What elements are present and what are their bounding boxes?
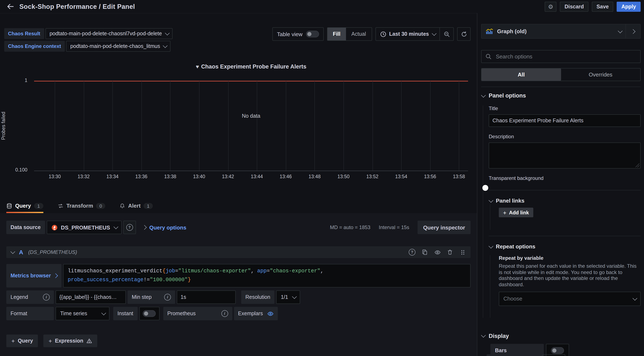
panel-links-header[interactable]: Panel links (489, 197, 641, 204)
refresh-icon (461, 31, 467, 37)
md-info: MD = auto = 1853 (330, 224, 370, 230)
query-inspector-button[interactable]: Query inspector (418, 221, 470, 234)
gridline (112, 81, 113, 171)
panel-description-textarea[interactable] (489, 143, 641, 169)
duplicate-query-button[interactable] (421, 248, 428, 256)
info-icon: i (164, 294, 171, 301)
variable-label: Chaos Engine context (4, 41, 65, 52)
x-tick-label: 13:32 (69, 174, 98, 179)
prometheus-type-box: Prometheus i (163, 307, 232, 320)
query-expression[interactable]: litmuschaos_experiment_verdict{job="litm… (63, 264, 470, 288)
chevron-down-icon (633, 296, 638, 301)
editor-footer-buttons: + Query + Expression (6, 335, 470, 347)
variable-row-chaos-result: Chaos Result podtato-main-pod-delete-cha… (4, 28, 172, 39)
resolution-select[interactable]: 1/1 (276, 290, 300, 304)
variable-label: Chaos Result (4, 28, 44, 39)
gridline (459, 81, 460, 171)
expression-row: Metrics browser litmuschaos_experiment_v… (6, 264, 470, 288)
eye-icon (434, 249, 440, 255)
interval-info: Interval = 15s (379, 224, 409, 230)
section-heading: Repeat options (496, 243, 536, 250)
clock-icon (380, 31, 386, 37)
graph-viz-icon (486, 28, 493, 34)
warning-triangle-icon (86, 338, 92, 344)
resolution-label: Resolution (246, 294, 270, 300)
bars-switch[interactable] (551, 347, 564, 354)
zoom-out-button[interactable] (440, 28, 453, 40)
table-view-toggle[interactable]: Table view (272, 27, 324, 41)
repeat-options-header[interactable]: Repeat options (489, 243, 641, 250)
save-button[interactable]: Save (592, 1, 613, 11)
panel-settings-button[interactable]: ⚙ (545, 1, 556, 11)
tab-query[interactable]: Query 1 (6, 198, 43, 213)
chevron-down-icon (618, 28, 623, 33)
time-range-picker[interactable]: Last 30 minutes (376, 28, 440, 40)
gridline (84, 81, 84, 171)
refresh-button[interactable] (457, 27, 470, 41)
datasource-help-button[interactable]: ? (123, 221, 136, 234)
actual-segment[interactable]: Actual (346, 28, 372, 40)
options-search[interactable] (481, 50, 641, 63)
legend-label: Legend (10, 294, 28, 300)
exemplars-box[interactable]: Exemplars (234, 307, 278, 320)
tab-overrides[interactable]: Overrides (561, 68, 640, 81)
chart-plot[interactable] (34, 81, 468, 171)
no-data-message: No data (34, 113, 468, 119)
chevron-down-icon (489, 198, 494, 202)
variable-value-dropdown[interactable]: podtato-main-pod-delete-chaos_litmus (66, 41, 171, 52)
metrics-browser-label: Metrics browser (10, 273, 51, 279)
legend-input[interactable] (56, 290, 126, 304)
datasource-label: Data source (6, 221, 45, 234)
discard-button[interactable]: Discard (560, 1, 588, 11)
instant-switch[interactable] (143, 310, 156, 317)
visualization-name: Graph (old) (497, 28, 526, 34)
table-view-switch[interactable] (306, 31, 319, 37)
toggle-visibility-button[interactable] (434, 248, 441, 256)
query-help-button[interactable]: ? (408, 248, 416, 256)
workspace: Chaos Result podtato-main-pod-delete-cha… (0, 13, 644, 356)
x-tick-label: 13:48 (300, 174, 329, 179)
drag-handle[interactable] (459, 248, 466, 256)
collapse-options-button[interactable] (626, 24, 641, 39)
back-button[interactable] (4, 1, 16, 12)
repeat-variable-select[interactable]: Choose (499, 292, 641, 306)
info-icon: i (221, 310, 228, 317)
panel-title-input[interactable] (489, 114, 641, 127)
variable-value: podtato-main-pod-delete-chaosnl7vd-pod-d… (50, 31, 162, 36)
query-row-header[interactable]: A (DS_PROMETHEUS) ? (6, 246, 470, 258)
chevron-down-icon (10, 249, 15, 254)
panel-options-header[interactable]: Panel options (481, 92, 641, 99)
exemplars-label: Exemplars (238, 311, 263, 317)
gridline (315, 81, 315, 171)
x-tick-label: 13:56 (416, 174, 444, 179)
panel-title: ♥Chaos Experiment Probe Failure Alerts (34, 63, 468, 70)
apply-button[interactable]: Apply (617, 1, 641, 11)
gridline (228, 81, 228, 171)
dashboard-variables: Chaos Result podtato-main-pod-delete-cha… (4, 28, 172, 52)
add-link-button[interactable]: + Add link (499, 208, 533, 217)
chevron-down-icon (481, 93, 486, 98)
min-step-input[interactable] (177, 290, 236, 304)
query-options-toggle[interactable]: Query options (142, 224, 186, 230)
format-label-box: Format (6, 307, 54, 320)
x-tick-label: 13:34 (98, 174, 127, 179)
resize-handle[interactable] (636, 164, 639, 167)
datasource-picker[interactable]: DS_PROMETHEUS (46, 221, 122, 234)
tab-all[interactable]: All (482, 68, 561, 81)
display-header[interactable]: Display (481, 333, 641, 339)
instant-label-box: Instant (113, 307, 138, 320)
format-select[interactable]: Time series (56, 307, 110, 320)
metrics-browser-button[interactable]: Metrics browser (6, 264, 62, 288)
x-tick-label: 13:54 (387, 174, 416, 179)
tab-label: Alert (128, 202, 140, 209)
tab-transform[interactable]: Transform 0 (58, 198, 105, 213)
tab-alert[interactable]: Alert 1 (120, 198, 153, 213)
add-expression-button[interactable]: + Expression (44, 335, 97, 347)
add-query-button[interactable]: + Query (6, 335, 38, 347)
delete-query-button[interactable] (446, 248, 454, 256)
visualization-picker[interactable]: Graph (old) (481, 24, 626, 39)
variable-value-dropdown[interactable]: podtato-main-pod-delete-chaosnl7vd-pod-d… (45, 28, 172, 39)
fill-segment[interactable]: Fill (327, 28, 346, 40)
options-search-input[interactable] (495, 53, 636, 60)
x-tick-label: 13:40 (185, 174, 214, 179)
